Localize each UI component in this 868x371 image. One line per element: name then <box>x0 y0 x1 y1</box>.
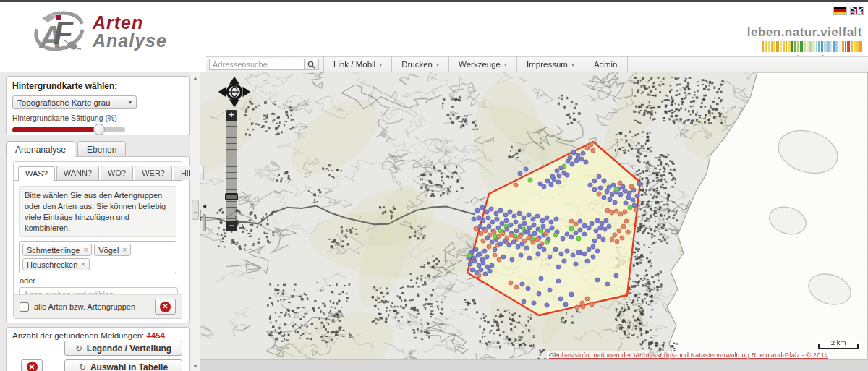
observation-dot[interactable] <box>514 229 519 233</box>
observation-dot[interactable] <box>634 208 638 212</box>
observation-dot[interactable] <box>575 305 579 310</box>
observation-dot[interactable] <box>563 302 568 307</box>
observation-dot[interactable] <box>605 208 610 213</box>
observation-dot[interactable] <box>581 151 585 155</box>
observation-dot[interactable] <box>474 247 478 252</box>
observation-dot[interactable] <box>585 297 590 301</box>
observation-dot[interactable] <box>578 228 582 232</box>
observation-dot[interactable] <box>607 224 611 229</box>
observation-dot[interactable] <box>595 278 600 282</box>
observation-dot[interactable] <box>624 201 628 205</box>
observation-dot[interactable] <box>531 217 535 221</box>
observation-dot[interactable] <box>592 239 597 243</box>
observation-dot[interactable] <box>598 186 603 190</box>
clear-results-button[interactable]: ✕ <box>21 359 43 371</box>
observation-dot[interactable] <box>500 221 504 226</box>
observation-dot[interactable] <box>613 200 617 205</box>
observation-dot[interactable] <box>537 244 542 249</box>
observation-dot[interactable] <box>537 291 541 296</box>
observation-dot[interactable] <box>608 197 612 202</box>
observation-dot[interactable] <box>555 169 559 173</box>
observation-dot[interactable] <box>614 187 618 192</box>
observation-dot[interactable] <box>468 262 472 266</box>
observation-dot[interactable] <box>539 276 543 281</box>
observation-dot[interactable] <box>493 247 497 252</box>
observation-dot[interactable] <box>576 250 581 255</box>
observation-dot[interactable] <box>490 263 494 268</box>
observation-dot[interactable] <box>589 142 593 147</box>
observation-dot[interactable] <box>526 286 530 291</box>
observation-dot[interactable] <box>581 304 585 309</box>
observation-dot[interactable] <box>495 217 499 221</box>
observation-dot[interactable] <box>524 246 529 250</box>
nav-item-impressum[interactable]: Impressum▾ <box>517 57 584 72</box>
observation-dot[interactable] <box>509 233 514 237</box>
observation-dot[interactable] <box>618 212 623 216</box>
observation-dot[interactable] <box>570 162 574 166</box>
observation-dot[interactable] <box>485 255 489 259</box>
observation-dot[interactable] <box>489 207 493 211</box>
observation-dot[interactable] <box>578 219 582 223</box>
observation-dot[interactable] <box>494 211 498 216</box>
observation-dot[interactable] <box>628 205 632 210</box>
observation-dot[interactable] <box>487 224 491 229</box>
observation-dot[interactable] <box>610 192 614 197</box>
observation-dot[interactable] <box>485 210 489 214</box>
observation-dot[interactable] <box>595 218 600 223</box>
saturation-slider[interactable] <box>12 127 125 132</box>
tab-ebenen[interactable]: Ebenen <box>77 141 126 157</box>
observation-dot[interactable] <box>509 223 513 227</box>
observation-dot[interactable] <box>532 231 537 236</box>
observation-dot[interactable] <box>527 256 532 260</box>
observation-dot[interactable] <box>541 224 545 229</box>
group-chip-v-gel[interactable]: Vögel× <box>94 244 131 256</box>
nav-item-link-mobil[interactable]: Link / Mobil▾ <box>324 57 392 72</box>
observation-dot[interactable] <box>520 282 524 286</box>
observation-dot[interactable] <box>592 187 597 192</box>
observation-dot[interactable] <box>602 179 606 183</box>
observation-dot[interactable] <box>517 211 522 216</box>
observation-dot[interactable] <box>527 236 531 240</box>
observation-dot[interactable] <box>562 259 566 263</box>
observation-dot[interactable] <box>488 269 492 273</box>
observation-dot[interactable] <box>617 229 621 233</box>
observation-dot[interactable] <box>565 173 569 177</box>
observation-dot[interactable] <box>501 231 505 236</box>
observation-dot[interactable] <box>487 244 491 249</box>
observation-dot[interactable] <box>566 159 570 163</box>
scroll-down-icon[interactable]: ▼ <box>191 362 200 370</box>
tab-artenanalyse[interactable]: Artenanalyse <box>6 141 75 157</box>
observation-dot[interactable] <box>510 257 514 262</box>
observation-dot[interactable] <box>556 180 561 184</box>
observation-dot[interactable] <box>474 226 478 231</box>
observation-dot[interactable] <box>591 244 595 249</box>
table-selection-button[interactable]: ↻ Auswahl in Tabelle <box>64 359 182 371</box>
observation-dot[interactable] <box>538 182 542 186</box>
observation-dot[interactable] <box>505 227 509 231</box>
observation-dot[interactable] <box>597 234 601 239</box>
observation-dot[interactable] <box>597 174 601 179</box>
observation-dot[interactable] <box>504 218 509 223</box>
observation-dot[interactable] <box>559 252 563 256</box>
search-button[interactable] <box>305 59 319 70</box>
observation-dot[interactable] <box>594 229 598 233</box>
observation-dot[interactable] <box>514 285 519 289</box>
observation-dot[interactable] <box>511 240 516 244</box>
observation-dot[interactable] <box>490 220 495 224</box>
filter-tab-was[interactable]: WAS? <box>18 166 55 181</box>
observation-dot[interactable] <box>561 236 565 241</box>
observation-dot[interactable] <box>584 160 588 164</box>
zoom-out-button[interactable]: − <box>226 221 237 231</box>
observation-dot[interactable] <box>531 240 535 244</box>
observation-dot[interactable] <box>600 221 604 226</box>
observation-dot[interactable] <box>627 191 631 195</box>
observation-dot[interactable] <box>605 282 610 286</box>
observation-dot[interactable] <box>591 255 595 259</box>
observation-dot[interactable] <box>549 220 553 224</box>
observation-dot[interactable] <box>605 189 609 194</box>
observation-dot[interactable] <box>611 183 616 187</box>
observation-dot[interactable] <box>470 268 475 272</box>
observation-dot[interactable] <box>539 229 543 233</box>
observation-dot[interactable] <box>550 226 554 230</box>
observation-dot[interactable] <box>503 213 508 217</box>
